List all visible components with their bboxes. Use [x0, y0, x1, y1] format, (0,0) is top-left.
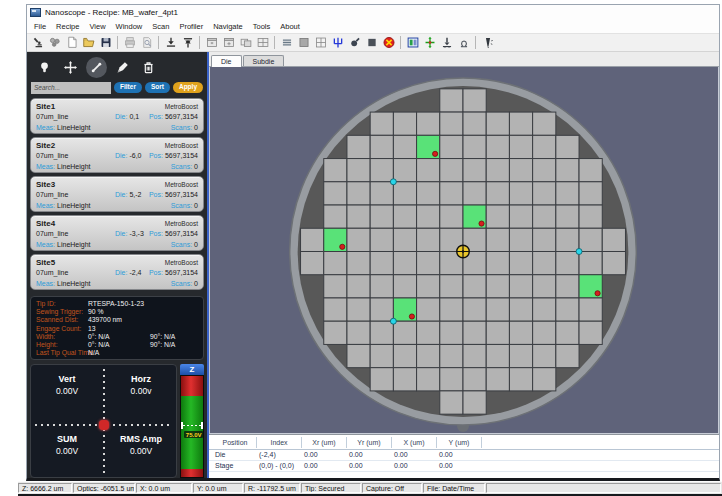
die-cell[interactable] [417, 228, 440, 251]
die-cell[interactable] [463, 368, 486, 391]
z-gauge-marker[interactable] [181, 422, 203, 429]
window-zoom-icon[interactable] [220, 35, 237, 50]
die-cell[interactable] [579, 159, 602, 182]
die-cell[interactable] [579, 251, 602, 274]
die-cell[interactable] [463, 275, 486, 298]
die-cell[interactable] [370, 112, 393, 135]
bulb-icon[interactable] [34, 57, 55, 78]
wafer-window-icon[interactable] [404, 35, 421, 50]
die-cell[interactable] [301, 228, 324, 251]
die-cell[interactable] [347, 228, 370, 251]
die-cell[interactable] [324, 159, 347, 182]
die-cell[interactable] [533, 205, 556, 228]
die-cell[interactable] [486, 135, 509, 158]
force-curve-icon[interactable] [329, 35, 346, 50]
die-cell[interactable] [533, 275, 556, 298]
die-cell[interactable] [370, 228, 393, 251]
die-cell[interactable] [370, 182, 393, 205]
die-cell[interactable] [440, 205, 463, 228]
die-cell[interactable] [509, 135, 532, 158]
die-cell[interactable] [393, 368, 416, 391]
die-cell[interactable] [579, 205, 602, 228]
die-cell[interactable] [533, 298, 556, 321]
die-cell[interactable] [486, 205, 509, 228]
withdraw-icon[interactable] [179, 35, 196, 50]
die-cell[interactable] [417, 182, 440, 205]
die-cell[interactable] [417, 159, 440, 182]
die-cell[interactable] [370, 159, 393, 182]
die-cell[interactable] [509, 159, 532, 182]
sites-icon[interactable] [46, 35, 63, 50]
menu-item-about[interactable]: About [275, 21, 305, 32]
die-cell[interactable] [393, 228, 416, 251]
die-cell[interactable] [463, 182, 486, 205]
menu-item-scan[interactable]: Scan [147, 21, 174, 32]
die-cell[interactable] [509, 112, 532, 135]
die-cell[interactable] [509, 182, 532, 205]
die-cell[interactable] [486, 228, 509, 251]
die-cell[interactable] [370, 321, 393, 344]
die-cell[interactable] [347, 159, 370, 182]
die-cell[interactable] [393, 321, 416, 344]
die-cell[interactable] [463, 344, 486, 367]
menu-item-navigate[interactable]: Navigate [208, 21, 248, 32]
die-cell[interactable] [347, 135, 370, 158]
die-cell[interactable] [440, 89, 463, 112]
die-cell[interactable] [370, 135, 393, 158]
die-cell[interactable] [509, 298, 532, 321]
stop-square-icon[interactable] [363, 35, 380, 50]
die-cell[interactable] [533, 135, 556, 158]
site-card[interactable]: Site3MetroBoost07um_lineDie:5,-2Pos:5697… [30, 176, 204, 212]
wafer-map-svg[interactable] [210, 67, 718, 433]
site-card[interactable]: Site4MetroBoost07um_lineDie:-3,-3Pos:569… [30, 215, 204, 251]
die-cell[interactable] [486, 344, 509, 367]
die-cell[interactable] [417, 251, 440, 274]
die-cell[interactable] [324, 182, 347, 205]
die-cell[interactable] [533, 251, 556, 274]
die-cell[interactable] [393, 251, 416, 274]
die-cell[interactable] [556, 159, 579, 182]
die-cell[interactable] [370, 298, 393, 321]
die-cell[interactable] [463, 112, 486, 135]
die-cell[interactable] [370, 205, 393, 228]
move-tool-icon[interactable] [60, 57, 81, 78]
die-cell[interactable] [533, 159, 556, 182]
menu-item-recipe[interactable]: Recipe [51, 21, 84, 32]
die-cell[interactable] [602, 228, 625, 251]
die-cell[interactable] [324, 251, 347, 274]
die-cell[interactable] [417, 344, 440, 367]
die-cell[interactable] [393, 159, 416, 182]
die-cell[interactable] [347, 205, 370, 228]
die-cell[interactable] [324, 275, 347, 298]
die-cell[interactable] [533, 182, 556, 205]
die-cell[interactable] [417, 321, 440, 344]
die-cell[interactable] [509, 321, 532, 344]
tab-die[interactable]: Die [211, 55, 242, 67]
probe-icon[interactable] [346, 35, 363, 50]
die-cell[interactable] [486, 251, 509, 274]
die-cell[interactable] [463, 321, 486, 344]
die-cell[interactable] [393, 112, 416, 135]
die-cell[interactable] [440, 344, 463, 367]
die-cell[interactable] [533, 344, 556, 367]
die-cell[interactable] [324, 205, 347, 228]
menu-item-file[interactable]: File [29, 21, 51, 32]
print-icon[interactable] [121, 35, 138, 50]
windows-cascade-icon[interactable] [237, 35, 254, 50]
tip-qual-icon[interactable] [479, 35, 496, 50]
die-cell[interactable] [486, 321, 509, 344]
stylus-tool-icon[interactable] [112, 57, 133, 78]
die-cell[interactable] [579, 182, 602, 205]
die-cell[interactable] [486, 112, 509, 135]
die-cell[interactable] [440, 275, 463, 298]
die-cell[interactable] [463, 298, 486, 321]
apply-button[interactable]: Apply [173, 82, 203, 93]
wafer-map[interactable] [209, 67, 719, 434]
die-cell[interactable] [463, 135, 486, 158]
die-cell[interactable] [440, 182, 463, 205]
die-cell[interactable] [486, 159, 509, 182]
tab-subdie[interactable]: Subdie [243, 55, 285, 66]
die-cell[interactable] [509, 368, 532, 391]
open-folder-icon[interactable] [80, 35, 97, 50]
die-cell[interactable] [486, 275, 509, 298]
